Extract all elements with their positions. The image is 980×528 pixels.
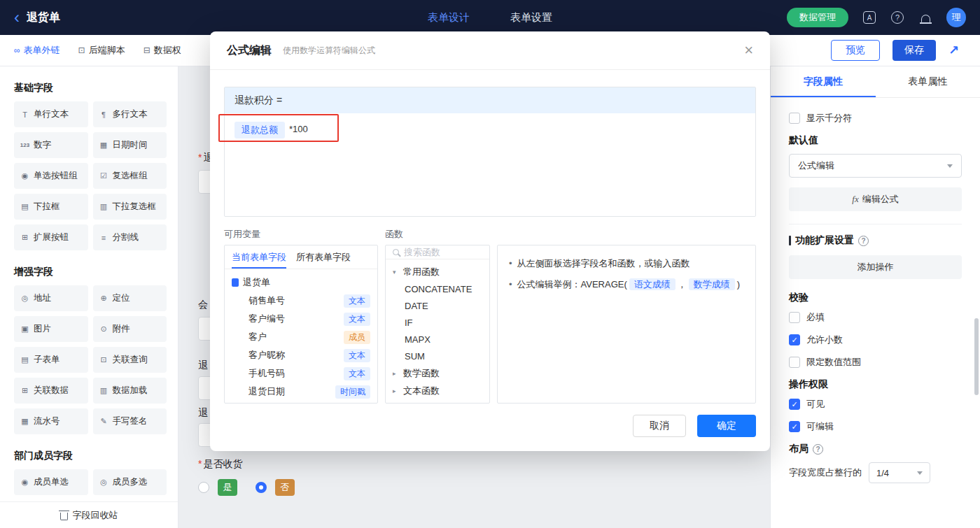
variable-field-sales-no[interactable]: 销售单号文本	[232, 292, 370, 310]
topbar: 退货单 表单设计 表单设置 数据管理 理	[0, 0, 980, 35]
function-group-common[interactable]: 常用函数	[393, 263, 482, 280]
preview-button[interactable]: 预览	[831, 40, 880, 61]
field-recycle-bin[interactable]: 字段回收站	[0, 501, 178, 528]
tab-form-properties[interactable]: 表单属性	[876, 66, 980, 97]
checkbox-icon-checked[interactable]	[789, 334, 800, 345]
palette-item-number[interactable]: 123数字	[14, 132, 88, 158]
translate-icon-wrap[interactable]	[862, 10, 876, 24]
palette-item-serial-number[interactable]: ▦流水号	[14, 408, 88, 434]
help-icon-wrap[interactable]	[890, 10, 904, 24]
group-label: 常用函数	[403, 266, 440, 278]
tab-form-design[interactable]: 表单设计	[428, 11, 470, 24]
function-item-date[interactable]: DATE	[393, 297, 482, 314]
field-type-icon: ⊞	[20, 386, 30, 395]
palette-item-address[interactable]: ◎地址	[14, 285, 88, 311]
score-chip-math: 数学成绩	[689, 278, 735, 290]
thousand-separator-checkbox[interactable]: 显示千分符	[789, 112, 962, 124]
palette-item-location[interactable]: ⊕定位	[93, 285, 167, 311]
page-title: 退货单	[27, 10, 60, 25]
palette-item-single-text[interactable]: T单行文本	[14, 101, 88, 127]
formula-input-area[interactable]: 退款总额 *100	[225, 113, 755, 216]
palette-item-image[interactable]: ▣图片	[14, 316, 88, 342]
palette-item-checkbox-group[interactable]: ☑复选框组	[93, 163, 167, 189]
scrollbar-thumb[interactable]	[974, 318, 979, 395]
bullet-icon	[509, 276, 512, 293]
question-icon[interactable]	[858, 236, 869, 246]
allow-decimal-checkbox[interactable]: 允许小数	[789, 334, 962, 346]
palette-item-radio-group[interactable]: ◉单选按钮组	[14, 163, 88, 189]
tab-current-form-fields[interactable]: 当前表单字段	[232, 245, 286, 269]
tab-form-settings[interactable]: 表单设置	[510, 11, 552, 24]
variable-field-phone[interactable]: 手机号码文本	[232, 364, 370, 383]
add-action-button[interactable]: 添加操作	[789, 255, 962, 279]
toolbar-item-backend-script[interactable]: ⊡ 后端脚本	[78, 44, 125, 57]
bell-icon-wrap[interactable]	[918, 10, 932, 24]
function-group-text[interactable]: 文本函数	[393, 382, 482, 399]
function-group-math[interactable]: 数学函数	[393, 364, 482, 382]
form-node[interactable]: 退货单	[232, 273, 370, 292]
width-select[interactable]: 1/4	[869, 462, 930, 483]
variable-field-nickname[interactable]: 客户昵称文本	[232, 346, 370, 364]
label-text: 会	[198, 299, 208, 310]
palette-item-data-load[interactable]: ▥数据加载	[93, 378, 167, 404]
editable-checkbox[interactable]: 可编辑	[789, 420, 962, 433]
function-search[interactable]	[386, 245, 489, 259]
save-button[interactable]: 保存	[892, 40, 936, 61]
default-value-select[interactable]: 公式编辑	[789, 154, 962, 178]
visible-checkbox[interactable]: 可见	[789, 398, 962, 411]
variable-field-return-date[interactable]: 退货日期时间戳	[232, 383, 370, 401]
palette-item-member-multi[interactable]: ◎成员多选	[93, 469, 167, 495]
palette-item-related-query[interactable]: ⊡关联查询	[93, 347, 167, 373]
tab-field-properties[interactable]: 字段属性	[771, 66, 876, 97]
radio-option-yes[interactable]: 是	[198, 479, 237, 496]
field-chip-refund-total[interactable]: 退款总额	[234, 122, 285, 138]
checkbox-label: 必填	[806, 311, 825, 324]
chevron-right-icon	[393, 370, 400, 377]
enhanced-fields-grid: ◎地址 ⊕定位 ▣图片 ⊙附件 ▤子表单 ⊡关联查询 ⊞关联数据 ▥数据加载 ▦…	[14, 285, 167, 434]
avatar[interactable]: 理	[946, 8, 966, 27]
limit-range-checkbox[interactable]: 限定数值范围	[789, 356, 962, 369]
toolbar-item-data-permission[interactable]: ⊟ 数据权	[144, 44, 181, 57]
edit-formula-button[interactable]: fx 编辑公式	[789, 187, 962, 211]
confirm-button[interactable]: 确定	[697, 415, 756, 437]
cancel-button[interactable]: 取消	[633, 415, 686, 437]
checkbox-icon-checked[interactable]	[789, 421, 800, 432]
radio-icon[interactable]	[198, 482, 209, 493]
checkbox-icon[interactable]	[789, 113, 800, 124]
checkbox-icon[interactable]	[789, 357, 800, 368]
tab-all-form-fields[interactable]: 所有表单字段	[296, 245, 351, 269]
variable-field-customer-no[interactable]: 客户编号文本	[232, 310, 370, 328]
palette-item-divider[interactable]: ≡分割线	[93, 224, 167, 250]
palette-item-related-data[interactable]: ⊞关联数据	[14, 378, 88, 404]
help-icon	[891, 11, 904, 24]
palette-item-member-single[interactable]: ◉成员单选	[14, 469, 88, 495]
share-icon[interactable]	[948, 43, 959, 58]
variable-field-customer[interactable]: 客户成员	[232, 328, 370, 346]
palette-item-attachment[interactable]: ⊙附件	[93, 316, 167, 342]
field-type-icon: ◎	[99, 478, 109, 487]
toolbar-item-form-link[interactable]: ∞ 表单外链	[14, 44, 60, 57]
palette-item-dropdown-multi[interactable]: ▥下拉复选框	[93, 194, 167, 220]
data-manage-button[interactable]: 数据管理	[787, 8, 848, 27]
field-name: 客户编号	[248, 313, 344, 325]
palette-item-extend-button[interactable]: ⊞扩展按钮	[14, 224, 88, 250]
function-item-if[interactable]: IF	[393, 314, 482, 331]
checkbox-icon[interactable]	[789, 312, 800, 323]
palette-item-label: 关联数据	[34, 385, 69, 397]
palette-item-signature[interactable]: ✎手写签名	[93, 408, 167, 434]
required-checkbox[interactable]: 必填	[789, 311, 962, 324]
function-item-sum[interactable]: SUM	[393, 348, 482, 364]
back-icon[interactable]	[14, 9, 20, 26]
function-search-input[interactable]	[404, 247, 474, 257]
palette-item-datetime[interactable]: ▦日期时间	[93, 132, 167, 158]
question-icon[interactable]	[813, 444, 823, 455]
function-item-mapx[interactable]: MAPX	[393, 331, 482, 348]
function-item-concatenate[interactable]: CONCATENATE	[393, 280, 482, 297]
checkbox-icon-checked[interactable]	[789, 399, 800, 410]
close-icon[interactable]	[744, 43, 753, 58]
palette-item-dropdown[interactable]: ▤下拉框	[14, 194, 88, 220]
radio-icon-selected[interactable]	[255, 482, 267, 493]
radio-option-no[interactable]: 否	[255, 479, 295, 496]
palette-item-multi-text[interactable]: ¶多行文本	[93, 101, 167, 127]
palette-item-subform[interactable]: ▤子表单	[14, 347, 88, 373]
